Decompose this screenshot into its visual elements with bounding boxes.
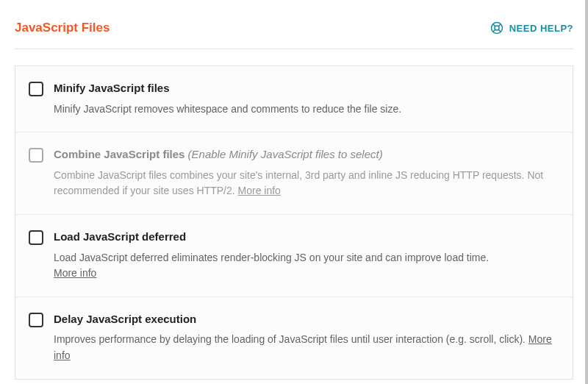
checkbox-combine-js: [29, 148, 43, 163]
option-desc: Improves performance by delaying the loa…: [54, 332, 559, 363]
section-header: JavaScript Files NEED HELP?: [15, 21, 573, 49]
more-info-link[interactable]: More info: [238, 185, 281, 196]
option-title: Delay JavaScript execution: [54, 312, 559, 327]
section-title: JavaScript Files: [15, 21, 110, 35]
option-desc: Minify JavaScript removes whitespace and…: [54, 102, 559, 118]
svg-line-4: [498, 24, 501, 26]
option-desc: Combine JavaScript files combines your s…: [54, 168, 559, 199]
svg-line-5: [492, 29, 495, 32]
need-help-link[interactable]: NEED HELP?: [490, 21, 573, 35]
checkbox-defer-js[interactable]: [29, 230, 43, 245]
options-panel: Minify JavaScript files Minify JavaScrip…: [15, 65, 573, 380]
option-combine-js: Combine JavaScript files (Enable Minify …: [15, 132, 573, 215]
option-title: Combine JavaScript files (Enable Minify …: [54, 147, 559, 162]
svg-line-3: [498, 29, 501, 32]
option-desc: Load JavaScript deferred eliminates rend…: [54, 250, 559, 282]
need-help-label: NEED HELP?: [509, 23, 573, 34]
help-icon: [490, 21, 503, 35]
option-title: Load JavaScript deferred: [54, 230, 559, 244]
scrollbar-track[interactable]: [585, 0, 588, 384]
checkbox-minify-js[interactable]: [29, 82, 43, 96]
svg-line-2: [492, 24, 495, 26]
checkbox-delay-js[interactable]: [29, 313, 43, 327]
svg-point-1: [495, 26, 499, 30]
option-delay-js: Delay JavaScript execution Improves perf…: [15, 297, 573, 379]
more-info-link[interactable]: More info: [54, 267, 96, 279]
option-defer-js: Load JavaScript deferred Load JavaScript…: [15, 215, 573, 297]
option-minify-js: Minify JavaScript files Minify JavaScrip…: [15, 66, 573, 132]
option-disabled-note: (Enable Minify JavaScript files to selec…: [188, 148, 383, 160]
option-title: Minify JavaScript files: [54, 81, 559, 96]
